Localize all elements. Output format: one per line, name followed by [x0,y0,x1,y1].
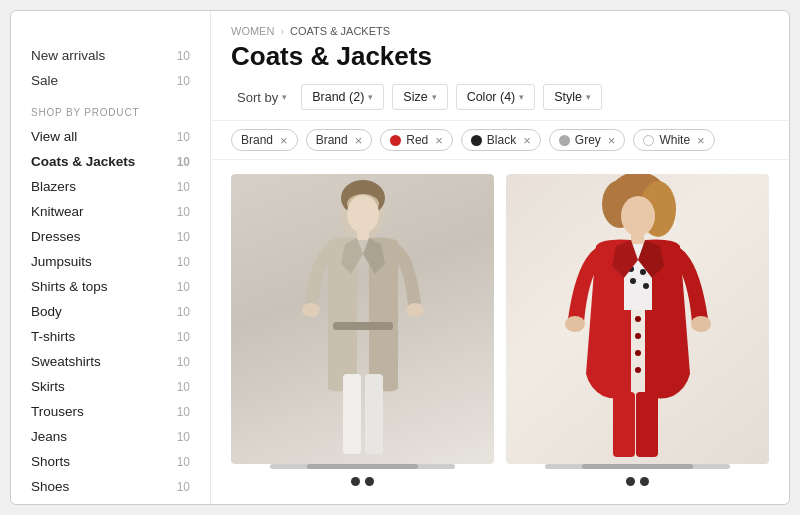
sidebar-item-count: 10 [177,130,190,144]
filter-style-label: Style [554,90,582,104]
section-label: SHOP BY PRODUCT [11,93,210,124]
filter-color-button[interactable]: Color (4) ▾ [456,84,536,110]
active-filter-white[interactable]: White × [633,129,714,151]
breadcrumb-separator: › [280,25,284,37]
active-filter-grey[interactable]: Grey × [549,129,626,151]
sidebar-item-label: Blazers [31,179,76,194]
sidebar-item-coats-jackets[interactable]: Coats & Jackets 10 [11,149,210,174]
filter-size-caret-icon: ▾ [432,92,437,102]
svg-rect-27 [636,392,658,457]
breadcrumb: WOMEN › COATS & JACKETS [211,11,789,39]
dot-2[interactable] [640,477,649,486]
sidebar-item-view-all[interactable]: View all 10 [11,124,210,149]
sidebar-item-skirts[interactable]: Skirts 10 [11,374,210,399]
sidebar-item-jeans[interactable]: Jeans 10 [11,424,210,449]
remove-filter-icon[interactable]: × [435,134,443,147]
svg-rect-4 [357,230,369,240]
sidebar-item-knitwear[interactable]: Knitwear 10 [11,199,210,224]
sidebar-item-count: 10 [177,305,190,319]
svg-point-6 [302,303,320,317]
svg-point-13 [621,196,655,236]
sidebar-item-shorts[interactable]: Shorts 10 [11,449,210,474]
sidebar-item-jumpsuits[interactable]: Jumpsuits 10 [11,249,210,274]
sidebar-item-count: 10 [177,49,190,63]
svg-rect-14 [631,232,644,244]
remove-filter-icon[interactable]: × [523,134,531,147]
product-scrollbar-track-2[interactable] [545,464,729,469]
sidebar-item-dresses[interactable]: Dresses 10 [11,224,210,249]
filter-brand-label: Brand (2) [312,90,364,104]
svg-point-23 [635,367,641,373]
filter-color-label: Color (4) [467,90,516,104]
svg-point-24 [565,316,585,332]
sidebar-item-sale[interactable]: Sale 10 [11,68,210,93]
sidebar-item-trousers[interactable]: Trousers 10 [11,399,210,424]
filter-style-button[interactable]: Style ▾ [543,84,602,110]
sidebar-item-label: Jeans [31,429,67,444]
sidebar-item-count: 10 [177,430,190,444]
remove-filter-icon[interactable]: × [280,134,288,147]
active-filter-label: Brand [241,133,273,147]
filter-size-button[interactable]: Size ▾ [392,84,447,110]
sort-by-button[interactable]: Sort by ▾ [231,85,293,110]
model-beige-bg [231,174,494,464]
sidebar-item-label: Dresses [31,229,81,244]
product-card-1[interactable] [231,174,494,490]
sidebar-item-new-arrivals[interactable]: New arrivals 10 [11,43,210,68]
sidebar-item-count: 10 [177,155,190,169]
svg-rect-8 [343,374,361,454]
sidebar-item-label: New arrivals [31,48,105,63]
product-dots-2 [626,477,649,490]
filter-brand-button[interactable]: Brand (2) ▾ [301,84,384,110]
sidebar: New arrivals 10 Sale 10 SHOP BY PRODUCT … [11,11,211,504]
sidebar-item-shoes[interactable]: Shoes 10 [11,474,210,499]
active-filter-red[interactable]: Red × [380,129,453,151]
svg-rect-26 [613,392,635,457]
sidebar-top [11,31,210,43]
filter-style-caret-icon: ▾ [586,92,591,102]
svg-point-18 [630,278,636,284]
sidebar-item-count: 10 [177,405,190,419]
svg-point-7 [406,303,424,317]
active-filter-black[interactable]: Black × [461,129,541,151]
active-filter-brand1[interactable]: Brand × [231,129,298,151]
main-content: WOMEN › COATS & JACKETS Coats & Jackets … [211,11,789,504]
remove-filter-icon[interactable]: × [697,134,705,147]
sidebar-item-sweatshirts[interactable]: Sweatshirts 10 [11,349,210,374]
breadcrumb-current: COATS & JACKETS [290,25,390,37]
sidebar-item-label: T-shirts [31,329,75,344]
sidebar-item-label: Body [31,304,62,319]
color-dot-icon [471,135,482,146]
breadcrumb-women[interactable]: WOMEN [231,25,274,37]
remove-filter-icon[interactable]: × [355,134,363,147]
sidebar-item-label: Sale [31,73,58,88]
product-card-2[interactable] [506,174,769,490]
product-scrollbar-track-1[interactable] [270,464,454,469]
active-filter-label: White [659,133,690,147]
sidebar-item-label: Knitwear [31,204,84,219]
sidebar-item-count: 10 [177,355,190,369]
svg-point-3 [347,195,379,233]
sidebar-item-body[interactable]: Body 10 [11,299,210,324]
sidebar-item-count: 10 [177,205,190,219]
active-filters: Brand × Brand × Red × Black × Grey × [211,121,789,160]
product-grid [211,160,789,504]
remove-filter-icon[interactable]: × [608,134,616,147]
dot-2[interactable] [365,477,374,486]
product-scrollbar-thumb-1 [307,464,417,469]
sidebar-item-label: Shorts [31,454,70,469]
sidebar-item-label: View all [31,129,77,144]
active-filter-label: Brand [316,133,348,147]
product-image-1 [231,174,494,464]
active-filter-brand2[interactable]: Brand × [306,129,373,151]
dot-1-active[interactable] [626,477,635,486]
sidebar-item-tshirts[interactable]: T-shirts 10 [11,324,210,349]
svg-point-17 [640,269,646,275]
sidebar-item-shirts-tops[interactable]: Shirts & tops 10 [11,274,210,299]
sidebar-item-blazers[interactable]: Blazers 10 [11,174,210,199]
sort-by-caret-icon: ▾ [282,92,287,102]
app-window: New arrivals 10 Sale 10 SHOP BY PRODUCT … [10,10,790,505]
dot-1-active[interactable] [351,477,360,486]
model-figure-svg [273,174,453,464]
filter-color-caret-icon: ▾ [519,92,524,102]
